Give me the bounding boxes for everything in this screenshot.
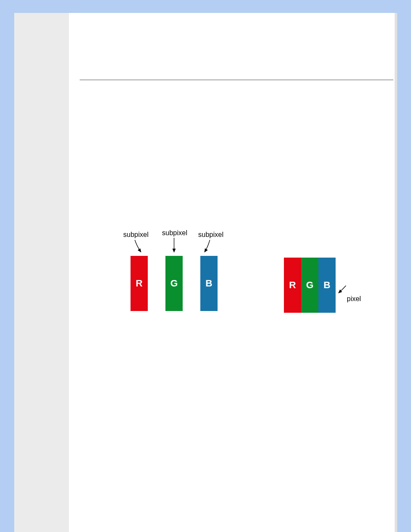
page-shadow xyxy=(394,13,397,532)
rgb-pixel-diagram: R G B subpixel subpixel subpixel R G B xyxy=(80,215,393,323)
document-page: R G B subpixel subpixel subpixel R G B xyxy=(14,13,395,532)
arrow-to-b xyxy=(205,240,210,252)
pixel-label: pixel xyxy=(347,295,361,303)
pixel-letter-g: G xyxy=(306,280,313,290)
page-left-margin xyxy=(14,13,69,532)
pixel-bar-b: B xyxy=(318,258,336,313)
arrows-svg xyxy=(80,215,393,323)
header-divider xyxy=(80,80,393,80)
arrow-to-pixel xyxy=(339,286,346,293)
pixel-letter-b: B xyxy=(324,280,330,290)
arrow-to-r xyxy=(135,240,141,252)
pixel-letter-r: R xyxy=(289,280,296,290)
pixel-bar-g: G xyxy=(301,258,318,313)
pixel-bar-r: R xyxy=(284,258,301,313)
